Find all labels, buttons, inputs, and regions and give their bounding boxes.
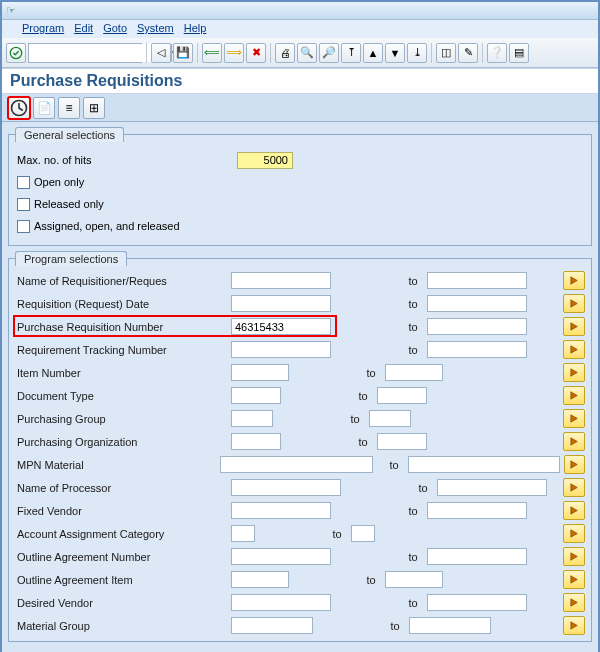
to-label: to xyxy=(403,551,423,563)
from-input[interactable] xyxy=(231,387,281,404)
menu-edit[interactable]: Edit xyxy=(74,22,93,36)
selection-row: Desired Vendorto xyxy=(13,591,587,614)
to-input[interactable] xyxy=(427,318,527,335)
field-label: Name of Processor xyxy=(13,482,227,494)
multiple-selection-button[interactable] xyxy=(563,501,585,520)
to-input[interactable] xyxy=(427,272,527,289)
from-input[interactable] xyxy=(231,617,313,634)
to-input[interactable] xyxy=(427,341,527,358)
to-input[interactable] xyxy=(427,594,527,611)
to-input[interactable] xyxy=(385,571,443,588)
multiple-selection-button[interactable] xyxy=(563,616,585,635)
execute-button[interactable] xyxy=(8,97,30,119)
save-icon[interactable]: 💾 xyxy=(173,43,193,63)
open-only-checkbox[interactable] xyxy=(17,176,30,189)
last-page-icon[interactable]: ⤓ xyxy=(407,43,427,63)
menu-help[interactable]: Help xyxy=(184,22,207,36)
to-input[interactable] xyxy=(409,617,491,634)
multiple-selection-button[interactable] xyxy=(563,547,585,566)
multiple-selection-button[interactable] xyxy=(563,317,585,336)
from-input[interactable] xyxy=(231,341,331,358)
menu-system[interactable]: System xyxy=(137,22,174,36)
max-hits-value[interactable]: 5000 xyxy=(237,152,293,169)
multiple-selection-button[interactable] xyxy=(563,478,585,497)
from-input[interactable] xyxy=(231,295,331,312)
layout-icon[interactable]: ▤ xyxy=(509,43,529,63)
multiple-selection-button[interactable] xyxy=(563,340,585,359)
back-icon[interactable]: ⟸ xyxy=(202,43,222,63)
get-variant-button[interactable]: 📄 xyxy=(33,97,55,119)
multiple-selection-button[interactable] xyxy=(563,524,585,543)
find-next-icon[interactable]: 🔎 xyxy=(319,43,339,63)
multiple-selection-button[interactable] xyxy=(563,570,585,589)
exit-icon[interactable]: ⟹ xyxy=(224,43,244,63)
multiple-selection-button[interactable] xyxy=(564,455,585,474)
selection-row: Name of Requisitioner/Requesto xyxy=(13,269,587,292)
to-label: to xyxy=(403,298,423,310)
from-input[interactable] xyxy=(231,364,289,381)
first-page-icon[interactable]: ⤒ xyxy=(341,43,361,63)
from-input[interactable] xyxy=(231,525,255,542)
menu-program[interactable]: Program xyxy=(22,22,64,36)
to-input[interactable] xyxy=(427,548,527,565)
field-label: Outline Agreement Number xyxy=(13,551,227,563)
to-input[interactable] xyxy=(385,364,443,381)
multiple-selection-button[interactable] xyxy=(563,432,585,451)
released-only-checkbox[interactable] xyxy=(17,198,30,211)
to-label: to xyxy=(413,482,433,494)
selection-row: Purchasing Organizationto xyxy=(13,430,587,453)
from-input[interactable] xyxy=(231,594,331,611)
to-input[interactable] xyxy=(377,433,427,450)
assigned-open-released-label: Assigned, open, and released xyxy=(34,220,180,232)
field-label: Fixed Vendor xyxy=(13,505,227,517)
enter-button[interactable] xyxy=(6,43,26,63)
to-label: to xyxy=(403,505,423,517)
to-input[interactable] xyxy=(351,525,375,542)
to-input[interactable] xyxy=(437,479,547,496)
new-session-icon[interactable]: ◫ xyxy=(436,43,456,63)
dynamic-selections-button[interactable]: ⊞ xyxy=(83,97,105,119)
from-input[interactable] xyxy=(231,410,273,427)
sap-window: ☞ Program Edit Goto System Help ▾ ◁ 💾 ⟸ … xyxy=(0,0,600,652)
from-input[interactable] xyxy=(231,433,281,450)
from-input[interactable] xyxy=(231,502,331,519)
nav-back-icon[interactable]: ◁ xyxy=(151,43,171,63)
from-input[interactable] xyxy=(231,272,331,289)
multiple-selection-button[interactable] xyxy=(563,593,585,612)
to-label: to xyxy=(353,436,373,448)
from-input[interactable] xyxy=(231,571,289,588)
cancel-icon[interactable]: ✖ xyxy=(246,43,266,63)
released-only-label: Released only xyxy=(34,198,104,210)
selection-row: Requisition (Request) Dateto xyxy=(13,292,587,315)
selection-row: MPN Materialto xyxy=(13,453,587,476)
prev-page-icon[interactable]: ▲ xyxy=(363,43,383,63)
command-field[interactable]: ▾ xyxy=(28,43,142,63)
help-icon[interactable]: ❔ xyxy=(487,43,507,63)
multiple-selection-button[interactable] xyxy=(563,386,585,405)
from-input[interactable] xyxy=(231,318,331,335)
command-input[interactable] xyxy=(29,44,171,62)
menu-goto[interactable]: Goto xyxy=(103,22,127,36)
multiple-selection-button[interactable] xyxy=(563,294,585,313)
find-icon[interactable]: 🔍 xyxy=(297,43,317,63)
print-icon[interactable]: 🖨 xyxy=(275,43,295,63)
to-input[interactable] xyxy=(377,387,427,404)
from-input[interactable] xyxy=(231,479,341,496)
next-page-icon[interactable]: ▼ xyxy=(385,43,405,63)
assigned-open-released-checkbox[interactable] xyxy=(17,220,30,233)
field-label: Desired Vendor xyxy=(13,597,227,609)
to-input[interactable] xyxy=(427,295,527,312)
selection-options-button[interactable]: ≡ xyxy=(58,97,80,119)
selection-row: Item Numberto xyxy=(13,361,587,384)
selection-row: Purchasing Groupto xyxy=(13,407,587,430)
from-input[interactable] xyxy=(231,548,331,565)
to-input[interactable] xyxy=(369,410,411,427)
from-input[interactable] xyxy=(220,456,372,473)
titlebar: ☞ xyxy=(2,2,598,20)
shortcut-icon[interactable]: ✎ xyxy=(458,43,478,63)
multiple-selection-button[interactable] xyxy=(563,271,585,290)
to-input[interactable] xyxy=(427,502,527,519)
to-input[interactable] xyxy=(408,456,560,473)
multiple-selection-button[interactable] xyxy=(563,409,585,428)
multiple-selection-button[interactable] xyxy=(563,363,585,382)
